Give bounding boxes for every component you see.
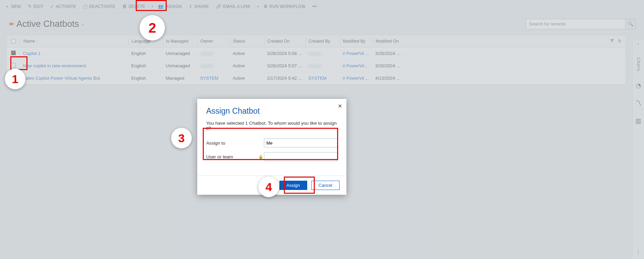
- assign-confirm-button[interactable]: Assign: [279, 181, 307, 190]
- dialog-description: You have selected 1 Chatbot. To whom wou…: [206, 121, 337, 131]
- lock-icon: 🔒: [258, 155, 264, 159]
- annotation-number: 4: [258, 177, 279, 197]
- assign-to-label: Assign to: [206, 140, 258, 146]
- dialog-close-button[interactable]: ✕: [338, 103, 342, 109]
- assign-to-input[interactable]: [264, 138, 337, 147]
- annotation-number: 3: [171, 128, 192, 148]
- cancel-button[interactable]: Cancel: [311, 181, 340, 190]
- annotation-number: 1: [5, 69, 25, 89]
- annotation-number: 2: [140, 15, 165, 41]
- dialog-title: Assign Chatbot: [206, 106, 337, 116]
- user-team-input[interactable]: [264, 152, 337, 161]
- user-team-label: User or team: [206, 154, 258, 159]
